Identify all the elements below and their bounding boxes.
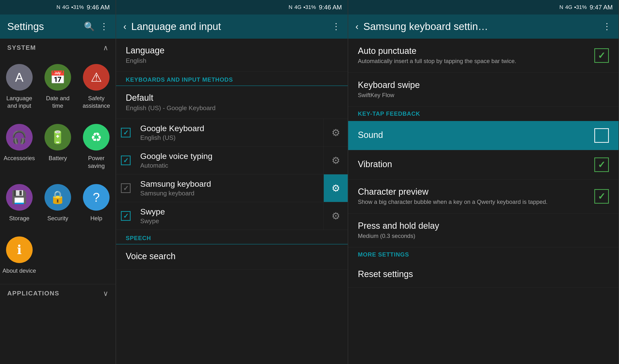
about-label: About device (2, 267, 36, 274)
power-saving-label: Power saving (80, 154, 113, 169)
default-title: Default (126, 93, 338, 103)
press-hold-delay-row[interactable]: Press and hold delay Medium (0.3 seconds… (348, 214, 619, 248)
swype-gear-button[interactable]: ⚙ (324, 202, 348, 230)
google-keyboard-checkbox[interactable] (116, 128, 135, 137)
key-tap-feedback-label: KEY-TAP FEEDBACK (358, 110, 420, 117)
character-preview-row[interactable]: Character preview Show a big character b… (348, 179, 619, 214)
google-voice-checkbox[interactable] (116, 156, 135, 165)
samsung-keyboard-check-icon (121, 183, 131, 193)
google-keyboard-info: Google Keyboard English (US) (135, 119, 324, 146)
vibration-row[interactable]: Vibration (348, 150, 619, 179)
google-keyboard-gear-button[interactable]: ⚙ (324, 119, 348, 146)
status-icons-3: N 4G ▪31% (560, 4, 587, 10)
sidebar-item-battery[interactable]: 🔋 Battery (39, 117, 77, 176)
samsung-keyboard-item[interactable]: Samsung keyboard Samsung keyboard ⚙ (116, 175, 348, 202)
swype-item[interactable]: Swype Swype ⚙ (116, 202, 348, 230)
status-bar-2: N 4G ▪31% 9:46 AM (116, 0, 348, 14)
battery-icon: 🔋 (50, 130, 66, 145)
sidebar-item-language-input[interactable]: A Language and input (0, 57, 39, 117)
more-options-icon-3[interactable]: ⋮ (603, 22, 611, 32)
search-icon[interactable]: 🔍 (84, 22, 95, 32)
more-options-icon-2[interactable]: ⋮ (332, 22, 340, 32)
samsung-keyboard-lang: Samsung keyboard (140, 189, 319, 197)
character-preview-toggle[interactable] (594, 189, 609, 204)
sidebar-item-date-time[interactable]: 📅 Date and time (39, 57, 77, 117)
default-value: English (US) - Google Keyboard (126, 104, 338, 112)
gear-icon-voice: ⚙ (332, 155, 340, 166)
vibration-toggle[interactable] (594, 158, 609, 172)
keyboard-swipe-text: Keyboard swipe SwiftKey Flow (358, 80, 609, 99)
applications-section-header: APPLICATIONS ∨ (0, 284, 116, 300)
speech-section-divider: SPEECH (116, 230, 348, 244)
sidebar-item-safety[interactable]: ⚠ Safety assistance (77, 57, 116, 117)
battery-icon-3: ▪31% (574, 4, 587, 10)
auto-punctuate-row[interactable]: Auto punctuate Automatically insert a fu… (348, 39, 619, 73)
system-chevron-icon[interactable]: ∧ (103, 43, 108, 52)
swype-checkbox[interactable] (116, 211, 135, 221)
sidebar-item-about[interactable]: ℹ About device (0, 229, 39, 282)
reset-settings-row[interactable]: Reset settings (348, 262, 619, 288)
help-label: Help (90, 215, 102, 222)
sidebar-item-accessories[interactable]: 🎧 Accessories (0, 117, 39, 176)
sidebar-item-help[interactable]: ? Help (77, 177, 116, 229)
status-icons-2: N 4G ▪31% (289, 4, 316, 10)
back-icon-3[interactable]: ‹ (355, 22, 359, 32)
nfc-icon-2: N (289, 4, 293, 10)
samsung-settings-title: Samsung keyboard settin… (364, 21, 598, 32)
sidebar-item-storage[interactable]: 💾 Storage (0, 177, 39, 229)
google-voice-name: Google voice typing (140, 151, 319, 161)
sound-toggle[interactable] (594, 128, 609, 143)
security-icon-circle: 🔒 (44, 184, 71, 211)
settings-content: SYSTEM ∧ A Language and input 📅 Date and… (0, 39, 116, 364)
reset-settings-text: Reset settings (358, 269, 609, 280)
accessories-icon: 🎧 (11, 130, 27, 145)
swype-lang: Swype (140, 217, 319, 225)
google-keyboard-item[interactable]: Google Keyboard English (US) ⚙ (116, 119, 348, 147)
battery-icon-circle: 🔋 (44, 124, 71, 150)
applications-chevron-icon[interactable]: ∨ (103, 289, 108, 297)
default-keyboard-item[interactable]: Default English (US) - Google Keyboard (116, 86, 348, 119)
google-voice-info: Google voice typing Automatic (135, 147, 324, 174)
language-title: Language (126, 45, 338, 55)
language-input-panel: N 4G ▪31% 9:46 AM ‹ Language and input ⋮… (116, 0, 348, 364)
google-keyboard-lang: English (US) (140, 134, 319, 142)
samsung-keyboard-checkbox[interactable] (116, 183, 135, 193)
sidebar-item-power-saving[interactable]: ♻ Power saving (77, 117, 116, 176)
back-icon-2[interactable]: ‹ (123, 22, 127, 32)
voice-search-item[interactable]: Voice search (116, 244, 348, 270)
auto-punctuate-toggle[interactable] (594, 48, 609, 63)
samsung-keyboard-gear-button[interactable]: ⚙ (324, 175, 348, 202)
battery-icon: ▪31% (71, 4, 84, 10)
gear-icon-google: ⚙ (332, 127, 340, 138)
sidebar-item-security[interactable]: 🔒 Security (39, 177, 77, 229)
google-keyboard-name: Google Keyboard (140, 124, 319, 133)
language-input-icon-circle: A (6, 64, 33, 91)
about-icon-circle: ℹ (6, 236, 33, 263)
language-item[interactable]: Language English (116, 39, 348, 71)
google-voice-item[interactable]: Google voice typing Automatic ⚙ (116, 147, 348, 175)
status-icons-1: N 4G ▪31% (56, 4, 84, 10)
power-saving-icon: ♻ (91, 130, 102, 144)
samsung-settings-content: Auto punctuate Automatically insert a fu… (348, 39, 619, 364)
auto-punctuate-title: Auto punctuate (358, 46, 594, 56)
keyboards-section-divider: KEYBOARDS AND INPUT METHODS (116, 71, 348, 86)
google-voice-gear-button[interactable]: ⚙ (324, 147, 348, 174)
auto-punctuate-text: Auto punctuate Automatically insert a fu… (358, 46, 594, 65)
gear-icon-swype: ⚙ (332, 210, 340, 221)
keyboard-swipe-row[interactable]: Keyboard swipe SwiftKey Flow (348, 73, 619, 107)
date-time-label: Date and time (41, 94, 74, 109)
character-preview-text: Character preview Show a big character b… (358, 187, 594, 206)
press-hold-delay-title: Press and hold delay (358, 221, 609, 231)
sound-row[interactable]: Sound (348, 121, 619, 150)
auto-punctuate-subtitle: Automatically insert a full stop by tapp… (358, 57, 594, 65)
more-options-icon[interactable]: ⋮ (100, 22, 108, 32)
settings-title: Settings (7, 21, 79, 32)
battery-icon-2: ▪31% (303, 4, 316, 10)
more-settings-header: MORE SETTINGS (348, 247, 619, 262)
signal-icon-3: 4G (565, 4, 572, 10)
samsung-keyboard-settings-panel: N 4G ▪31% 9:47 AM ‹ Samsung keyboard set… (348, 0, 619, 364)
keyboard-swipe-title: Keyboard swipe (358, 80, 609, 90)
character-preview-subtitle: Show a big character bubble when a key o… (358, 198, 594, 206)
vibration-title: Vibration (358, 159, 594, 169)
security-label: Security (47, 215, 69, 222)
